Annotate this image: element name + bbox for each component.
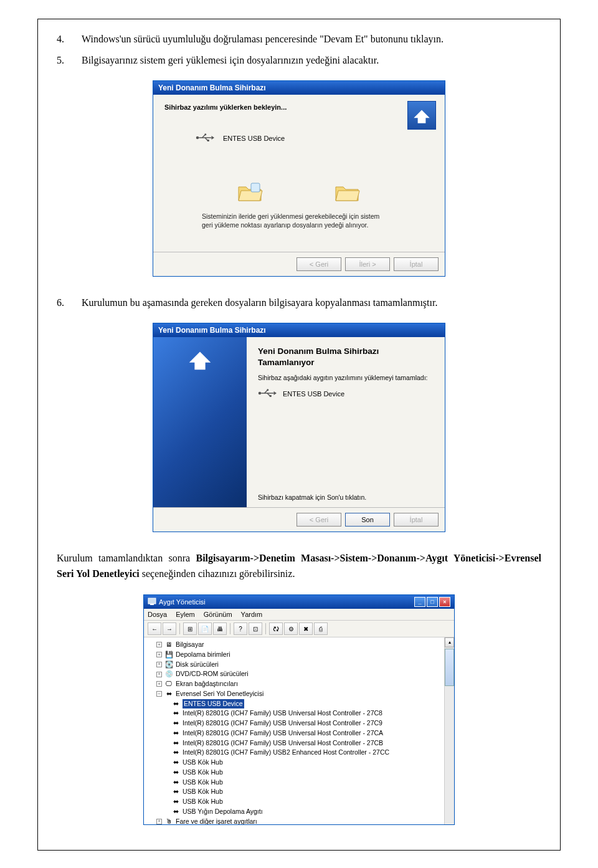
computer-icon: 🖥 — [164, 641, 173, 649]
nav-fwd-icon[interactable]: → — [163, 622, 176, 635]
tree-node[interactable]: Intel(R) 82801G (ICH7 Family) USB2 Enhan… — [183, 748, 389, 758]
tree-node[interactable]: Depolama birimleri — [176, 650, 230, 660]
usb-icon — [196, 132, 214, 145]
expand-icon[interactable]: + — [156, 819, 162, 824]
disk-icon: 💽 — [164, 661, 173, 668]
storage-icon: 💾 — [164, 651, 173, 659]
page: 4. Windows'un sürücü uyumluluğu doğrulam… — [37, 19, 561, 851]
expand-icon[interactable]: + — [156, 652, 162, 657]
menu-file[interactable]: Dosya — [148, 611, 167, 618]
usb-hub-icon: ⬌ — [171, 769, 180, 776]
wizard-side-graphic — [153, 337, 247, 507]
menubar: Dosya Eylem Görünüm Yardım — [144, 609, 454, 621]
post-t1: Kurulum tamamlandıktan sonra — [57, 553, 196, 563]
device-name: ENTES USB Device — [283, 390, 344, 398]
svg-rect-18 — [148, 598, 156, 604]
svg-marker-7 — [212, 136, 215, 140]
expand-icon[interactable]: + — [156, 662, 162, 667]
scroll-thumb[interactable] — [445, 649, 454, 686]
display-icon: 🖵 — [164, 680, 173, 688]
wait-message: Sihirbaz yazılımı yüklerken bekleyin... — [164, 103, 434, 111]
svg-rect-6 — [207, 140, 209, 141]
tree-node[interactable]: Fare ve diğer işaret aygıtları — [176, 817, 257, 825]
backup-line1: Sisteminizin ileride geri yüklenmesi ger… — [202, 212, 379, 220]
expand-icon[interactable]: + — [156, 672, 162, 677]
list-number: 5. — [57, 53, 82, 68]
usb-device-icon: ⬌ — [171, 730, 180, 737]
wizard-dialog-progress: Yeni Donanım Bulma Sihirbazı Sihirbaz ya… — [153, 80, 445, 277]
devmgr-title-text: Aygıt Yöneticisi — [159, 598, 206, 606]
svg-rect-19 — [150, 604, 154, 605]
nav-back-icon[interactable]: ← — [148, 622, 161, 635]
scroll-up-icon[interactable]: ▴ — [445, 637, 454, 647]
menu-view[interactable]: Görünüm — [204, 611, 232, 618]
menu-action[interactable]: Eylem — [176, 611, 195, 618]
tree-node[interactable]: Intel(R) 82801G (ICH7 Family) USB Univer… — [183, 738, 383, 748]
tree-node[interactable]: DVD/CD-ROM sürücüleri — [176, 669, 249, 679]
tb-help-icon[interactable]: ? — [234, 622, 247, 635]
device-tree[interactable]: ▴ +🖥Bilgisayar +💾Depolama birimleri +💽Di… — [144, 637, 454, 824]
maximize-icon[interactable]: □ — [427, 597, 438, 607]
next-button: İleri > — [345, 257, 390, 271]
tree-node[interactable]: USB Kök Hub — [183, 778, 223, 788]
tree-node[interactable]: Intel(R) 82801G (ICH7 Family) USB Univer… — [183, 728, 383, 738]
tree-node[interactable]: Evrensel Seri Yol Denetleyicisi — [176, 689, 263, 699]
tree-node[interactable]: USB Kök Hub — [183, 758, 223, 768]
menu-help[interactable]: Yardım — [241, 611, 263, 618]
svg-point-11 — [259, 392, 262, 395]
list-number: 4. — [57, 32, 82, 47]
tree-node[interactable]: USB Kök Hub — [183, 787, 223, 797]
tree-node[interactable]: Bilgisayar — [176, 640, 204, 650]
tb-scan-icon[interactable]: 🗘 — [269, 622, 283, 635]
list-item-4: 4. Windows'un sürücü uyumluluğu doğrulam… — [57, 32, 541, 47]
tree-node[interactable]: Intel(R) 82801G (ICH7 Family) USB Univer… — [183, 708, 382, 718]
devmgr-titlebar: Aygıt Yöneticisi _ □ × — [144, 595, 454, 609]
collapse-icon[interactable]: − — [156, 691, 162, 697]
tree-node[interactable]: USB Kök Hub — [183, 797, 223, 807]
expand-icon[interactable]: + — [156, 681, 162, 687]
close-hint: Sihirbazı kapatmak için Son'u tıklatın. — [258, 494, 434, 501]
expand-icon[interactable]: + — [156, 642, 162, 647]
tree-node[interactable]: USB Yığın Depolama Aygıtı — [183, 807, 263, 817]
usb-controller-icon: ⬌ — [164, 690, 173, 698]
usb-device-icon: ⬌ — [171, 700, 180, 707]
tree-node[interactable]: USB Kök Hub — [183, 768, 223, 778]
back-button: < Geri — [297, 513, 341, 527]
tree-node[interactable]: Intel(R) 82801G (ICH7 Family) USB Univer… — [183, 718, 382, 728]
svg-rect-8 — [251, 183, 260, 192]
tree-node-selected[interactable]: ENTES USB Device — [183, 699, 244, 709]
device-manager-window: Aygıt Yöneticisi _ □ × Dosya Eylem Görün… — [143, 594, 455, 825]
tb-icon[interactable]: ⊞ — [183, 622, 197, 635]
usb-hub-icon: ⬌ — [171, 798, 180, 806]
minimize-icon[interactable]: _ — [414, 597, 425, 607]
tb-icon[interactable]: ⎙ — [314, 622, 328, 635]
usb-device-icon: ⬌ — [171, 710, 180, 717]
usb-hub-icon: ⬌ — [171, 788, 180, 796]
svg-rect-16 — [270, 395, 272, 397]
tb-icon[interactable]: ⊡ — [249, 622, 262, 635]
finish-h1: Yeni Donanım Bulma Sihirbazı — [258, 346, 379, 356]
close-icon[interactable]: × — [439, 597, 450, 607]
toolbar: ← → ⊞ 📄 🖶 ? ⊡ 🗘 ⚙ ✖ ⎙ — [144, 621, 454, 637]
usb-device-icon: ⬌ — [171, 739, 180, 746]
list-item-6: 6. Kurulumun bu aşamasında gereken dosya… — [57, 295, 541, 310]
dialog-titlebar: Yeni Donanım Bulma Sihirbazı — [153, 81, 445, 95]
finish-button[interactable]: Son — [345, 513, 390, 527]
tree-node[interactable]: Disk sürücüleri — [176, 660, 219, 670]
dvd-icon: 💿 — [164, 670, 173, 678]
list-number: 6. — [57, 295, 82, 310]
tb-icon[interactable]: ⚙ — [284, 622, 298, 635]
tree-node[interactable]: Ekran bağdaştırıcıları — [176, 679, 238, 689]
tb-uninstall-icon[interactable]: ✖ — [299, 622, 313, 635]
tb-properties-icon[interactable]: 📄 — [198, 622, 212, 635]
back-button: < Geri — [297, 257, 341, 271]
svg-marker-10 — [189, 352, 211, 370]
usb-storage-icon: ⬌ — [171, 808, 180, 816]
tb-print-icon[interactable]: 🖶 — [213, 622, 227, 635]
finish-heading: Yeni Donanım Bulma Sihirbazı Tamamlanıyo… — [258, 346, 434, 368]
list-text: Bilgisayarınız sistem geri yüklemesi içi… — [82, 53, 541, 68]
backup-message: Sisteminizin ileride geri yüklenmesi ger… — [202, 212, 409, 229]
mouse-icon: 🖱 — [164, 818, 173, 824]
post-install-note: Kurulum tamamlandıktan sonra Bilgisayarı… — [57, 551, 541, 582]
scrollbar[interactable]: ▴ — [444, 637, 454, 824]
